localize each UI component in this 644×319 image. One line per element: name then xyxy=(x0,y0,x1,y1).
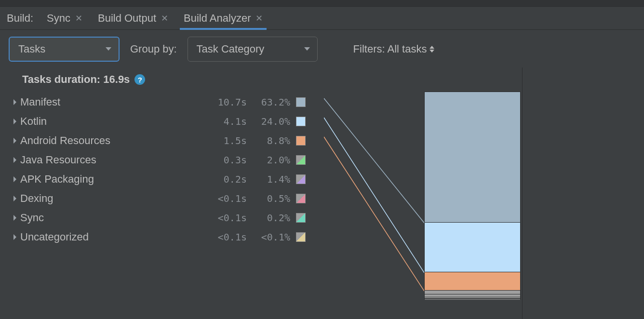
category-duration: 1.5s xyxy=(194,135,247,146)
category-name: Manifest xyxy=(20,96,194,108)
color-swatch xyxy=(296,136,306,146)
tasks-panel: Tasks duration: 16.9s ? Manifest 10.7s 6… xyxy=(0,67,523,319)
color-swatch xyxy=(296,213,306,223)
tab-build-output[interactable]: Build Output ✕ xyxy=(96,7,170,29)
tab-sync[interactable]: Sync ✕ xyxy=(45,7,84,29)
category-swatch-cell xyxy=(290,155,311,165)
window-chrome-stub xyxy=(0,0,644,7)
chart-stack xyxy=(424,92,521,300)
category-swatch-cell xyxy=(290,232,311,242)
tab-label: Build Output xyxy=(98,12,156,25)
category-duration: 10.7s xyxy=(194,96,247,108)
category-duration: 0.3s xyxy=(194,154,247,166)
tab-label: Build Analyzer xyxy=(184,12,251,25)
chevron-down-icon xyxy=(304,47,310,52)
chevron-right-icon xyxy=(10,99,20,106)
tab-label: Sync xyxy=(47,12,70,25)
category-name: Java Resources xyxy=(20,154,194,166)
category-percent: 2.0% xyxy=(247,154,290,166)
chevron-right-icon xyxy=(10,137,20,144)
group-by-select-value: Task Category xyxy=(197,43,265,55)
heading-value: 16.9s xyxy=(103,73,130,85)
group-by-label: Group by: xyxy=(130,43,177,55)
category-swatch-cell xyxy=(290,213,311,223)
category-swatch-cell xyxy=(290,194,311,203)
category-duration: 0.2s xyxy=(194,173,247,185)
tasks-duration-heading: Tasks duration: 16.9s ? xyxy=(0,73,522,86)
help-icon[interactable]: ? xyxy=(134,74,145,85)
chevron-right-icon xyxy=(10,195,20,202)
tabs-title: Build: xyxy=(7,12,33,25)
chevron-right-icon xyxy=(10,234,20,240)
chevron-right-icon xyxy=(10,176,20,183)
chevron-down-icon xyxy=(105,47,112,52)
filters-dropdown[interactable]: Filters: All tasks xyxy=(353,43,435,55)
chart-segment xyxy=(425,272,520,291)
category-name: Android Resources xyxy=(20,134,194,147)
details-panel xyxy=(523,67,644,319)
category-percent: <0.1% xyxy=(247,231,290,243)
color-swatch xyxy=(296,232,306,242)
color-swatch xyxy=(296,194,306,203)
color-swatch xyxy=(296,174,306,184)
category-swatch-cell xyxy=(290,174,311,184)
category-percent: 8.8% xyxy=(247,135,290,146)
sort-icon xyxy=(429,46,434,53)
chevron-right-icon xyxy=(10,214,20,221)
category-name: Kotlin xyxy=(20,115,194,128)
category-duration: <0.1s xyxy=(194,193,247,204)
heading-prefix: Tasks duration: xyxy=(22,73,103,85)
close-icon[interactable]: ✕ xyxy=(75,14,82,23)
color-swatch xyxy=(296,117,306,126)
category-name: Dexing xyxy=(20,192,194,205)
view-select-value: Tasks xyxy=(18,43,45,55)
category-percent: 1.4% xyxy=(247,173,290,185)
filters-label: Filters: All tasks xyxy=(353,43,427,55)
category-name: APK Packaging xyxy=(20,173,194,186)
chart-segment xyxy=(425,92,520,223)
category-name: Uncategorized xyxy=(20,231,194,243)
tab-build-analyzer[interactable]: Build Analyzer ✕ xyxy=(182,7,265,29)
analyzer-toolbar: Tasks Group by: Task Category Filters: A… xyxy=(0,30,644,67)
category-duration: 4.1s xyxy=(194,116,247,127)
category-swatch-cell xyxy=(290,117,311,126)
color-swatch xyxy=(296,155,306,165)
category-percent: 63.2% xyxy=(247,96,290,108)
chart-segment xyxy=(425,223,520,272)
close-icon[interactable]: ✕ xyxy=(255,14,263,23)
category-percent: 24.0% xyxy=(247,116,290,127)
category-percent: 0.5% xyxy=(247,193,290,204)
group-by-select[interactable]: Task Category xyxy=(188,37,318,62)
category-name: Sync xyxy=(20,212,194,224)
category-duration: <0.1s xyxy=(194,212,247,224)
build-tabs: Build: Sync ✕ Build Output ✕ Build Analy… xyxy=(0,7,644,30)
category-percent: 0.2% xyxy=(247,212,290,224)
chevron-right-icon xyxy=(10,157,20,163)
category-swatch-cell xyxy=(290,136,311,146)
category-duration: <0.1s xyxy=(194,231,247,243)
close-icon[interactable]: ✕ xyxy=(161,14,168,23)
color-swatch xyxy=(296,97,306,107)
chart-segment xyxy=(425,291,520,295)
chevron-right-icon xyxy=(10,118,20,125)
category-swatch-cell xyxy=(290,97,311,107)
view-select[interactable]: Tasks xyxy=(9,37,120,62)
